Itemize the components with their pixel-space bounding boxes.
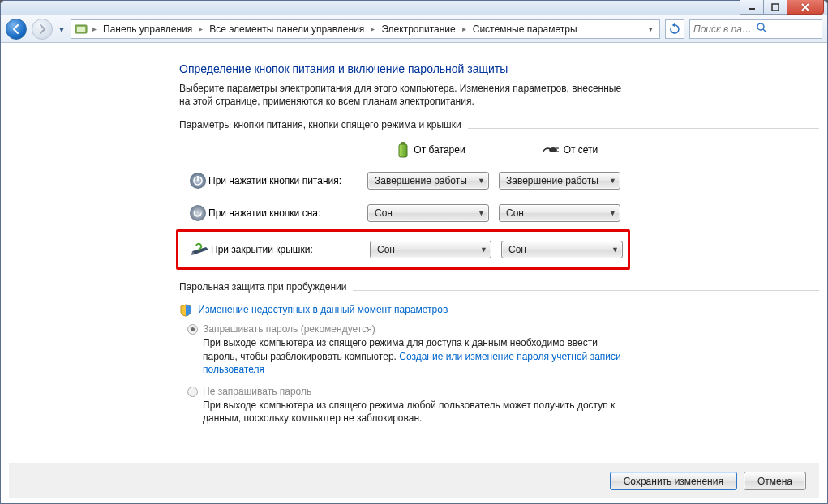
row-label: При закрытии крышки: [211,244,370,255]
svg-line-5 [763,29,766,32]
chevron-down-icon: ▼ [478,177,485,185]
divider [353,290,819,291]
cancel-button[interactable]: Отмена [744,472,806,490]
radio-label: Не запрашивать пароль [203,386,311,397]
row-power-button: При нажатии кнопки питания: Завершение р… [179,164,819,197]
chevron-right-icon: ▸ [91,24,98,33]
column-header-ac: От сети [505,144,633,156]
divider [468,128,819,129]
nav-history-chevron-icon[interactable]: ▾ [58,21,66,37]
row-label: При нажатии кнопки сна: [208,207,367,219]
maximize-button[interactable] [763,0,787,15]
breadcrumb-dropdown-icon[interactable]: ▾ [646,25,656,33]
highlight-annotation: При закрытии крышки: Сон▼ Сон▼ [176,229,630,270]
svg-point-8 [549,147,557,152]
breadcrumb[interactable]: ▸ Панель управления ▸ Все элементы панел… [71,19,660,39]
dropdown-lid-battery[interactable]: Сон▼ [370,241,491,258]
laptop-lid-icon [190,241,211,258]
radio-label: Запрашивать пароль (рекомендуется) [203,323,375,335]
svg-rect-0 [749,8,755,10]
column-header-battery: От батареи [367,142,496,158]
breadcrumb-item[interactable]: Системные параметры [468,20,582,38]
back-button[interactable] [6,19,27,40]
svg-point-14 [190,205,206,221]
row-sleep-button: При нажатии кнопки сна: Сон▼ Сон▼ [179,197,819,229]
sleep-button-icon [187,204,208,222]
search-input[interactable]: Поиск в панели упра... [689,19,822,39]
refresh-button[interactable] [665,19,684,39]
group-title: Парольная защита при пробуждении [179,281,346,293]
change-unavailable-link[interactable]: Изменение недоступных в данный момент па… [198,305,448,316]
chevron-down-icon: ▼ [609,209,616,217]
search-icon [756,22,818,36]
power-button-icon [187,172,208,190]
shield-icon [179,304,192,317]
chevron-right-icon: ▸ [197,24,204,33]
radio-description: При выходе компьютера из спящего режима … [203,336,624,376]
row-lid-close: При закрытии крышки: Сон▼ Сон▼ [178,233,624,266]
address-bar: ▾ ▸ Панель управления ▸ Все элементы пан… [1,15,827,43]
search-placeholder: Поиск в панели упра... [693,23,756,35]
titlebar [1,1,827,15]
button-bar: Сохранить изменения Отмена [9,463,819,498]
svg-rect-1 [772,4,779,11]
save-button[interactable]: Сохранить изменения [610,472,737,490]
svg-rect-7 [399,144,407,157]
dropdown-power-battery[interactable]: Завершение работы▼ [367,172,489,190]
plug-icon [541,144,559,156]
control-panel-icon [75,23,88,36]
chevron-right-icon: ▸ [369,24,376,33]
row-label: При нажатии кнопки питания: [208,175,367,186]
battery-icon [397,142,409,158]
content: Определение кнопок питания и включение п… [1,43,827,503]
chevron-down-icon: ▼ [611,246,619,254]
minimize-button[interactable] [740,0,764,15]
svg-point-4 [757,23,764,30]
chevron-down-icon: ▼ [609,177,616,185]
svg-rect-3 [77,27,85,32]
page-description: Выберите параметры электропитания для эт… [179,82,633,108]
radio-description: При выходе компьютера из спящего режима … [203,399,624,425]
breadcrumb-item[interactable]: Электропитание [376,20,460,38]
dropdown-lid-ac[interactable]: Сон▼ [501,241,623,258]
radio-require-password [187,324,198,335]
group-title: Параметры кнопки питания, кнопки спящего… [179,119,461,130]
close-button[interactable] [787,0,824,15]
page-title: Определение кнопок питания и включение п… [179,62,819,75]
dropdown-sleep-ac[interactable]: Сон▼ [499,204,620,222]
forward-button[interactable] [32,19,53,40]
chevron-down-icon: ▼ [478,209,485,217]
window: ▾ ▸ Панель управления ▸ Все элементы пан… [0,0,828,504]
chevron-down-icon: ▼ [480,246,487,254]
dropdown-sleep-battery[interactable]: Сон▼ [367,204,489,222]
breadcrumb-item[interactable]: Все элементы панели управления [204,20,369,38]
breadcrumb-item[interactable]: Панель управления [98,20,197,38]
radio-no-password [187,387,198,397]
chevron-right-icon: ▸ [461,24,468,33]
dropdown-power-ac[interactable]: Завершение работы▼ [499,172,620,190]
